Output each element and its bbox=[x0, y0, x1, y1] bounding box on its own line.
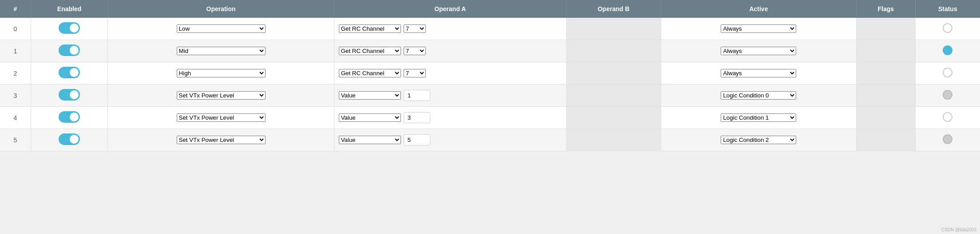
row-operandB bbox=[566, 40, 661, 62]
row-enabled[interactable] bbox=[31, 62, 108, 85]
toggle-thumb bbox=[70, 135, 79, 144]
row-operandB bbox=[566, 129, 661, 151]
active-select[interactable]: AlwaysLogic Condition 0Logic Condition 1… bbox=[721, 91, 796, 100]
row-operandA[interactable]: Get RC ChannelValue7 bbox=[334, 18, 566, 40]
col-header-operandA: Operand A bbox=[334, 0, 566, 18]
logic-table: # Enabled Operation Operand A Operand B … bbox=[0, 0, 980, 151]
col-header-flags: Flags bbox=[856, 0, 915, 18]
row-operation[interactable]: LowMidHighSet VTx Power Level bbox=[108, 18, 334, 40]
operandA-func-select[interactable]: Get RC ChannelValue bbox=[339, 24, 401, 33]
operandA-channel-select[interactable]: 7 bbox=[404, 24, 426, 33]
operandA-func-select[interactable]: Get RC ChannelValue bbox=[339, 113, 401, 122]
operandA-channel-select[interactable]: 7 bbox=[404, 47, 426, 55]
row-operation[interactable]: LowMidHighSet VTx Power Level bbox=[108, 85, 334, 107]
toggle-switch[interactable] bbox=[59, 133, 80, 145]
row-enabled[interactable] bbox=[31, 18, 108, 40]
row-index: 3 bbox=[0, 85, 31, 107]
row-active[interactable]: AlwaysLogic Condition 0Logic Condition 1… bbox=[661, 129, 856, 151]
operandA-value-input[interactable] bbox=[404, 134, 430, 145]
toggle-switch[interactable] bbox=[59, 67, 80, 78]
operandA-channel-select[interactable]: 7 bbox=[404, 69, 426, 77]
row-status bbox=[915, 129, 980, 151]
row-status bbox=[915, 40, 980, 62]
toggle-thumb bbox=[70, 68, 79, 77]
operation-select[interactable]: LowMidHighSet VTx Power Level bbox=[177, 136, 266, 144]
operation-select[interactable]: LowMidHighSet VTx Power Level bbox=[177, 91, 266, 100]
row-index: 0 bbox=[0, 18, 31, 40]
row-flags bbox=[856, 62, 915, 85]
toggle-thumb bbox=[70, 113, 79, 121]
row-operandA[interactable]: Get RC ChannelValue bbox=[334, 85, 566, 107]
row-active[interactable]: AlwaysLogic Condition 0Logic Condition 1… bbox=[661, 40, 856, 62]
row-enabled[interactable] bbox=[31, 129, 108, 151]
row-operandA[interactable]: Get RC ChannelValue7 bbox=[334, 62, 566, 85]
toggle-switch[interactable] bbox=[59, 22, 80, 34]
toggle-thumb bbox=[70, 90, 79, 99]
col-header-operandB: Operand B bbox=[566, 0, 661, 18]
operation-select[interactable]: LowMidHighSet VTx Power Level bbox=[177, 113, 266, 122]
row-operation[interactable]: LowMidHighSet VTx Power Level bbox=[108, 107, 334, 129]
row-operandB bbox=[566, 62, 661, 85]
operandA-value-input[interactable] bbox=[404, 90, 430, 101]
row-operandB bbox=[566, 18, 661, 40]
status-indicator bbox=[943, 45, 952, 55]
row-active[interactable]: AlwaysLogic Condition 0Logic Condition 1… bbox=[661, 85, 856, 107]
row-status bbox=[915, 62, 980, 85]
toggle-switch[interactable] bbox=[59, 44, 80, 56]
toggle-thumb bbox=[70, 46, 79, 55]
row-operandB bbox=[566, 107, 661, 129]
col-header-index: # bbox=[0, 0, 31, 18]
main-table-wrapper: # Enabled Operation Operand A Operand B … bbox=[0, 0, 980, 151]
row-flags bbox=[856, 85, 915, 107]
operandA-func-select[interactable]: Get RC ChannelValue bbox=[339, 136, 401, 144]
status-indicator bbox=[943, 68, 952, 77]
row-index: 4 bbox=[0, 107, 31, 129]
status-indicator bbox=[943, 90, 952, 100]
toggle-switch[interactable] bbox=[59, 111, 80, 123]
row-enabled[interactable] bbox=[31, 107, 108, 129]
active-select[interactable]: AlwaysLogic Condition 0Logic Condition 1… bbox=[721, 47, 796, 55]
operation-select[interactable]: LowMidHighSet VTx Power Level bbox=[177, 24, 266, 33]
row-index: 1 bbox=[0, 40, 31, 62]
active-select[interactable]: AlwaysLogic Condition 0Logic Condition 1… bbox=[721, 69, 796, 77]
row-operandA[interactable]: Get RC ChannelValue bbox=[334, 107, 566, 129]
row-status bbox=[915, 85, 980, 107]
status-indicator bbox=[943, 23, 952, 33]
row-index: 5 bbox=[0, 129, 31, 151]
operation-select[interactable]: LowMidHighSet VTx Power Level bbox=[177, 47, 266, 55]
active-select[interactable]: AlwaysLogic Condition 0Logic Condition 1… bbox=[721, 113, 796, 122]
operation-select[interactable]: LowMidHighSet VTx Power Level bbox=[177, 69, 266, 77]
table-row: 1LowMidHighSet VTx Power LevelGet RC Cha… bbox=[0, 40, 980, 62]
row-operation[interactable]: LowMidHighSet VTx Power Level bbox=[108, 40, 334, 62]
operandA-func-select[interactable]: Get RC ChannelValue bbox=[339, 69, 401, 77]
table-row: 2LowMidHighSet VTx Power LevelGet RC Cha… bbox=[0, 62, 980, 85]
table-row: 0LowMidHighSet VTx Power LevelGet RC Cha… bbox=[0, 18, 980, 40]
row-flags bbox=[856, 40, 915, 62]
active-select[interactable]: AlwaysLogic Condition 0Logic Condition 1… bbox=[721, 136, 796, 144]
row-active[interactable]: AlwaysLogic Condition 0Logic Condition 1… bbox=[661, 18, 856, 40]
row-operandB bbox=[566, 85, 661, 107]
row-status bbox=[915, 18, 980, 40]
toggle-switch[interactable] bbox=[59, 89, 80, 101]
row-flags bbox=[856, 129, 915, 151]
row-operation[interactable]: LowMidHighSet VTx Power Level bbox=[108, 129, 334, 151]
table-header-row: # Enabled Operation Operand A Operand B … bbox=[0, 0, 980, 18]
table-row: 5LowMidHighSet VTx Power LevelGet RC Cha… bbox=[0, 129, 980, 151]
row-status bbox=[915, 107, 980, 129]
row-operandA[interactable]: Get RC ChannelValue7 bbox=[334, 40, 566, 62]
row-enabled[interactable] bbox=[31, 40, 108, 62]
col-header-active: Active bbox=[661, 0, 856, 18]
toggle-thumb bbox=[70, 24, 79, 32]
row-enabled[interactable] bbox=[31, 85, 108, 107]
row-active[interactable]: AlwaysLogic Condition 0Logic Condition 1… bbox=[661, 62, 856, 85]
row-operandA[interactable]: Get RC ChannelValue bbox=[334, 129, 566, 151]
status-indicator bbox=[943, 134, 952, 144]
active-select[interactable]: AlwaysLogic Condition 0Logic Condition 1… bbox=[721, 24, 796, 33]
row-operation[interactable]: LowMidHighSet VTx Power Level bbox=[108, 62, 334, 85]
operandA-func-select[interactable]: Get RC ChannelValue bbox=[339, 47, 401, 55]
row-flags bbox=[856, 107, 915, 129]
operandA-func-select[interactable]: Get RC ChannelValue bbox=[339, 91, 401, 100]
table-row: 3LowMidHighSet VTx Power LevelGet RC Cha… bbox=[0, 85, 980, 107]
operandA-value-input[interactable] bbox=[404, 112, 430, 123]
row-active[interactable]: AlwaysLogic Condition 0Logic Condition 1… bbox=[661, 107, 856, 129]
